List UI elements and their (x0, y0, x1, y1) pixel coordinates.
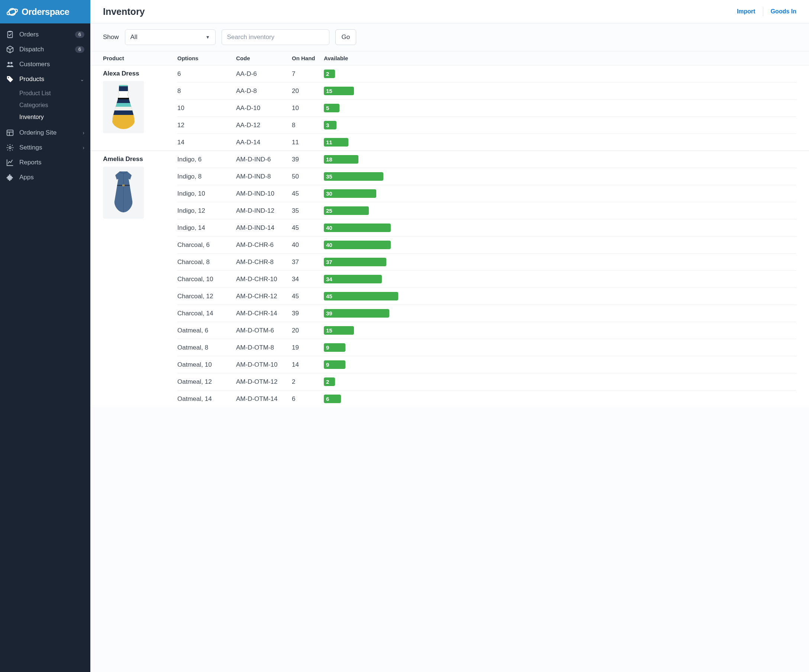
goods-in-link[interactable]: Goods In (771, 8, 796, 15)
sidebar-item-reports[interactable]: Reports (0, 155, 91, 170)
svg-rect-3 (119, 85, 128, 86)
clipboard-check-icon (6, 30, 14, 39)
table-row[interactable]: Charcoal, 12AM-D-CHR-124545 (177, 288, 796, 305)
table-row[interactable]: Indigo, 12AM-D-IND-123525 (177, 202, 796, 219)
sidebar: Orderspace Orders6Dispatch6CustomersProd… (0, 0, 91, 672)
cell-available: 40 (324, 240, 796, 249)
cell-code: AM-D-IND-8 (236, 173, 292, 180)
available-bar: 15 (324, 87, 354, 95)
sidebar-subitem-product-list[interactable]: Product List (0, 87, 91, 99)
table-row[interactable]: Charcoal, 14AM-D-CHR-143939 (177, 305, 796, 322)
sidebar-subitem-categories[interactable]: Categories (0, 99, 91, 111)
available-bar: 2 (324, 69, 335, 78)
product-name[interactable]: Amelia Dress (103, 155, 173, 163)
import-link[interactable]: Import (737, 8, 755, 15)
cell-on-hand: 37 (292, 259, 324, 266)
sidebar-item-settings[interactable]: Settings› (0, 140, 91, 155)
cell-options: Oatmeal, 14 (177, 395, 236, 403)
col-product: Product (103, 55, 177, 61)
tag-icon (6, 75, 14, 83)
cell-available: 2 (324, 69, 796, 78)
table-row[interactable]: Oatmeal, 12AM-D-OTM-1222 (177, 373, 796, 390)
filter-dropdown-value: All (131, 34, 138, 41)
available-bar: 15 (324, 326, 354, 335)
table-row[interactable]: 12AA-D-1283 (177, 117, 796, 134)
product-thumbnail[interactable] (103, 81, 144, 133)
available-bar: 30 (324, 189, 376, 198)
cell-options: Oatmeal, 6 (177, 327, 236, 334)
table-row[interactable]: Indigo, 10AM-D-IND-104530 (177, 185, 796, 202)
chevron-right-icon: › (82, 130, 84, 136)
cell-options: Indigo, 8 (177, 173, 236, 180)
cell-available: 9 (324, 360, 796, 369)
cell-on-hand: 34 (292, 276, 324, 283)
available-bar: 35 (324, 172, 383, 181)
sidebar-item-products[interactable]: Products⌄ (0, 72, 91, 87)
product-column: Amelia Dress (103, 151, 177, 407)
sidebar-item-customers[interactable]: Customers (0, 57, 91, 72)
table-row[interactable]: Indigo, 6AM-D-IND-63918 (177, 151, 796, 168)
sidebar-item-label: Ordering Site (19, 129, 77, 136)
table-header-row: Product Options Code On Hand Available (91, 51, 809, 66)
cell-code: AA-D-8 (236, 87, 292, 95)
available-bar: 18 (324, 155, 358, 164)
go-button[interactable]: Go (335, 29, 357, 45)
table-row[interactable]: Oatmeal, 14AM-D-OTM-1466 (177, 390, 796, 407)
cell-options: Charcoal, 6 (177, 241, 236, 249)
available-bar: 40 (324, 240, 391, 249)
nav: Orders6Dispatch6CustomersProducts⌄Produc… (0, 24, 91, 188)
col-options: Options (177, 55, 236, 61)
table-row[interactable]: Oatmeal, 10AM-D-OTM-10149 (177, 356, 796, 373)
cell-on-hand: 45 (292, 190, 324, 197)
cell-options: Oatmeal, 12 (177, 378, 236, 386)
cell-options: 12 (177, 122, 236, 129)
cell-available: 40 (324, 223, 796, 232)
layout-icon (6, 129, 14, 137)
cell-code: AA-D-10 (236, 104, 292, 112)
svg-point-1 (7, 8, 18, 16)
cell-options: Indigo, 6 (177, 156, 236, 163)
cell-available: 11 (324, 138, 796, 146)
puzzle-icon (6, 173, 14, 181)
table-row[interactable]: Oatmeal, 8AM-D-OTM-8199 (177, 339, 796, 356)
sidebar-subitem-inventory[interactable]: Inventory (0, 111, 91, 123)
brand-logo[interactable]: Orderspace (0, 0, 91, 24)
cell-available: 45 (324, 292, 796, 301)
table-row[interactable]: Charcoal, 8AM-D-CHR-83737 (177, 254, 796, 271)
cell-options: 8 (177, 87, 236, 95)
variant-column: Indigo, 6AM-D-IND-63918Indigo, 8AM-D-IND… (177, 151, 796, 407)
cell-available: 30 (324, 189, 796, 198)
gear-icon (6, 144, 14, 152)
header-actions: Import Goods In (737, 7, 796, 16)
sidebar-item-label: Products (19, 76, 75, 83)
sidebar-item-ordering-site[interactable]: Ordering Site› (0, 125, 91, 140)
table-row[interactable]: 10AA-D-10105 (177, 100, 796, 117)
table-row[interactable]: 6AA-D-672 (177, 66, 796, 82)
cell-options: Oatmeal, 10 (177, 361, 236, 368)
cell-code: AM-D-OTM-14 (236, 395, 292, 403)
search-input[interactable] (222, 29, 329, 45)
table-row[interactable]: Indigo, 8AM-D-IND-85035 (177, 168, 796, 185)
table-row[interactable]: Charcoal, 6AM-D-CHR-64040 (177, 237, 796, 254)
sidebar-item-dispatch[interactable]: Dispatch6 (0, 42, 91, 57)
product-thumbnail[interactable] (103, 166, 144, 218)
filter-dropdown[interactable]: All ▼ (125, 29, 216, 45)
cell-code: AM-D-CHR-6 (236, 241, 292, 249)
product-name[interactable]: Alexa Dress (103, 70, 173, 77)
sidebar-item-apps[interactable]: Apps (0, 170, 91, 185)
cell-code: AM-D-IND-10 (236, 190, 292, 197)
cell-options: Charcoal, 12 (177, 293, 236, 300)
table-row[interactable]: 14AA-D-141111 (177, 134, 796, 151)
cell-options: Oatmeal, 8 (177, 344, 236, 351)
table-row[interactable]: Indigo, 14AM-D-IND-144540 (177, 219, 796, 237)
sidebar-badge: 6 (75, 31, 84, 38)
sidebar-badge: 6 (75, 46, 84, 53)
table-row[interactable]: Charcoal, 10AM-D-CHR-103434 (177, 271, 796, 288)
cell-on-hand: 39 (292, 156, 324, 163)
sidebar-item-label: Customers (19, 60, 84, 68)
sidebar-item-orders[interactable]: Orders6 (0, 27, 91, 42)
table-row[interactable]: Oatmeal, 6AM-D-OTM-62015 (177, 322, 796, 339)
content: Show All ▼ Go Product Options Code On Ha… (91, 24, 809, 672)
table-row[interactable]: 8AA-D-82015 (177, 82, 796, 100)
cell-code: AA-D-14 (236, 139, 292, 146)
